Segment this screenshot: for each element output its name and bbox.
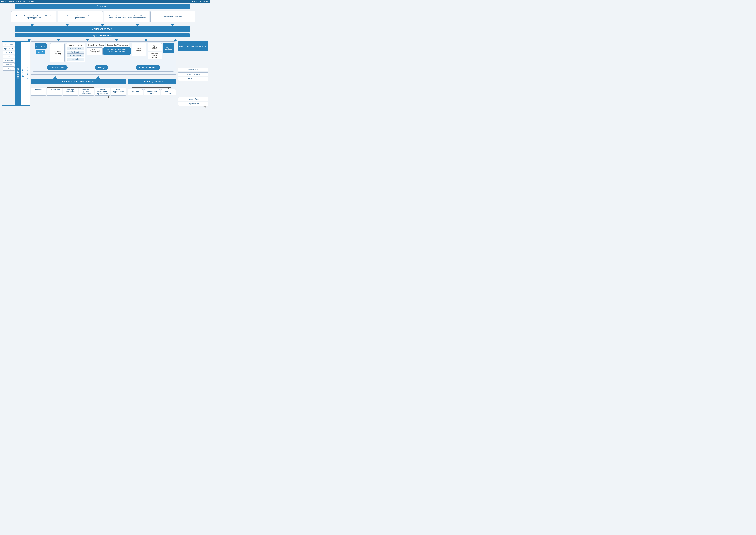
analytics-container: Data Marts OLAP Machine Learning Linguis… (31, 42, 176, 75)
search-meta-group: Search Index / Catalog Text analytics / … (87, 43, 130, 62)
operations-label: Operations (20, 42, 25, 106)
main-layout: Channels Operational analytics User driv… (0, 3, 210, 109)
arrow-vis-1 (30, 24, 34, 26)
right-sources: Web usage feeds Market data feeds (128, 85, 176, 106)
redshift-box: Redshift (3, 63, 15, 67)
channel-card-1: Historic or timed Business performance p… (58, 11, 103, 22)
hadoop-box: Hadoop (3, 67, 15, 70)
stream-engine-box: Stream analytics engine (148, 43, 162, 51)
machine-learning-box: Machine Learning (50, 43, 65, 62)
perpetual-clean-box: Perpetual Clean (178, 97, 208, 101)
batch-analysis-box: Batch Analysis (132, 43, 146, 56)
meta-extract-row: Extended Metadata and Facts Analytical D… (87, 47, 130, 55)
source-financial-ops: Financial Operational Applications (94, 88, 110, 96)
right-services-panel: Analytical processed data store (EDW) MD… (177, 42, 208, 106)
storage-row: Data Warehouse No SQL HDFS / Map Reduce (33, 64, 174, 71)
tree-line-h (47, 87, 94, 88)
enterprise-integration-box: Enterprise Information Integration (31, 79, 126, 84)
arrow-vis-5 (171, 24, 174, 26)
right-tree-v (152, 85, 152, 87)
ecm-services-right-box: ECM services (178, 77, 208, 81)
source-ecm-services: ECM Services (47, 88, 62, 96)
ling-item-1: Word identity (67, 51, 84, 54)
search-catalog-box: Search Index / Catalog (87, 43, 105, 47)
left-service-boxes: Cloud Search Dynamo DB Simple DB EC2 On … (2, 42, 16, 106)
data-sources-section: Production ECM Services Web logs Applica… (31, 85, 176, 106)
center-content: Data Marts OLAP Machine Learning Linguis… (31, 42, 176, 106)
channel-card-0: Operational analytics User driven Dashbo… (11, 11, 56, 22)
integration-row: Enterprise Information Integration Low L… (31, 79, 176, 84)
source-items-row: Production ECM Services Web logs Applica… (31, 88, 126, 96)
arrow-storage-2 (96, 76, 100, 79)
linguistic-group: Linguistic analysis Language identity Wo… (66, 43, 85, 62)
cloud-search-box: Cloud Search (3, 43, 15, 46)
edw-box: Analytical processed data store (EDW) (178, 42, 208, 51)
data-marts-group: Data Marts OLAP (33, 43, 49, 62)
source-web-logs: Web logs Applications (63, 88, 78, 96)
low-latency-box: Low Latency Data Bus (128, 79, 176, 84)
ling-item-2: Categorisation (67, 54, 84, 57)
channel-card-2: Business Process Integration – Near real… (104, 11, 149, 22)
source-production: Production (31, 88, 46, 96)
ling-item-3: Annotation (67, 58, 84, 61)
sub-box (102, 98, 115, 106)
text-analytics-box: Text analytics / Mining engine (106, 43, 129, 47)
source-market-data: Market data feeds (144, 89, 160, 95)
development-label: Development (25, 42, 30, 106)
on-premise-box: On premise (3, 59, 15, 63)
arrow-agg-1 (27, 39, 31, 42)
page-label: Page 5 (2, 106, 208, 108)
olap-box: OLAP (36, 50, 45, 54)
simple-db-box: Simple DB (3, 51, 15, 54)
dynamo-db-box: Dynamo DB (3, 47, 15, 50)
arrow-vis-4 (135, 24, 139, 26)
tree-line-v (70, 85, 71, 87)
arrow-agg-2 (56, 39, 60, 42)
channel-cards-row: Operational analytics User driven Dashbo… (11, 11, 196, 22)
data-warehouse-btn: Data Warehouse (47, 65, 68, 70)
source-web-usage: Web usage feeds (128, 89, 143, 95)
source-social-data: Social data feeds (161, 89, 176, 95)
arrow-vis-2 (65, 24, 69, 26)
in-memory-box: In Memory Database (163, 43, 174, 53)
arrow-agg-5 (144, 39, 148, 42)
left-panel: Cloud Search Dynamo DB Simple DB EC2 On … (2, 42, 30, 106)
analytical-extract-box: Analytical Data Extract (from datawareho… (103, 47, 130, 55)
hdfs-btn: HDFS / Map Reduce (136, 65, 160, 70)
right-source-items: Web usage feeds Market data feeds (128, 88, 176, 95)
ec2-box: EC2 (3, 55, 15, 59)
tree-line-v2 (108, 96, 109, 98)
arrow-storage-1 (53, 76, 57, 79)
arrow-agg-3 (86, 39, 90, 42)
search-text-row: Search Index / Catalog Text analytics / … (87, 43, 130, 47)
channels-bar: Channels (14, 4, 190, 9)
arrow-agg-up (173, 39, 177, 42)
channel-card-3: Information Discovery (150, 11, 196, 22)
perpetual-raw-box: Perpetual Raw (178, 102, 208, 106)
top-bar: Advanced Analytics BI Reference Architec… (0, 0, 210, 3)
top-bar-right: Reference Architecture (192, 0, 209, 2)
linguistic-title: Linguistic analysis (67, 44, 84, 46)
visualisation-bar: Visualisation tools (14, 26, 190, 32)
stream-memory-group: Stream analytics engine Sentiment analyt… (148, 43, 174, 62)
aggregation-bar: Aggregation services (14, 34, 190, 38)
sentiment-engine-box: Sentiment analytics engine (148, 52, 162, 59)
analytics-top-row: Data Marts OLAP Machine Learning Linguis… (33, 43, 174, 62)
left-sources: Production ECM Services Web logs Applica… (31, 85, 126, 106)
data-marts-box: Data Marts (35, 43, 47, 49)
body-row: Cloud Search Dynamo DB Simple DB EC2 On … (2, 42, 208, 106)
metadata-services-box: Metadata services (178, 72, 208, 76)
source-crm: CRM Applications (111, 88, 126, 96)
source-prod-ops: Production Operational Applications (79, 88, 94, 96)
arrow-vis-3 (100, 24, 104, 26)
arrow-agg-4 (115, 39, 119, 42)
ext-meta-box: Extended Metadata and Facts (87, 47, 103, 55)
ling-item-0: Language identity (67, 47, 84, 50)
stream-sentiment-group: Stream analytics engine Sentiment analyt… (148, 43, 162, 59)
top-bar-left: Advanced Analytics BI Reference Architec… (1, 0, 34, 2)
mdm-services-box: MDM services (178, 68, 208, 71)
provisioning-label: Provisioning (16, 42, 20, 106)
no-sql-btn: No SQL (95, 65, 108, 70)
